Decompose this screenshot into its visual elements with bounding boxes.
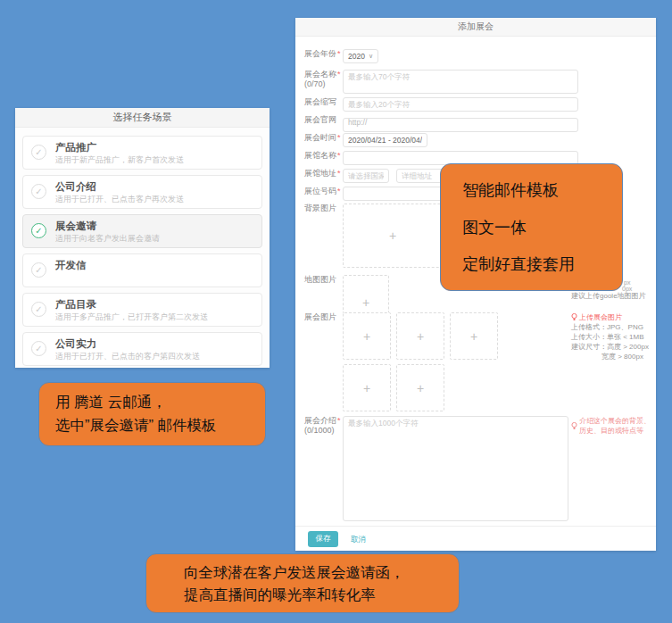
slide-background: 选择任务场景 ✓ 产品推广 适用于新产品推广，新客户首次发送 ✓ 公司介绍 适用… (0, 0, 672, 623)
hint-line: 上传格式：JPG、PNG (571, 322, 656, 332)
plus-icon: + (389, 228, 396, 243)
time-label: 展会时间* (304, 133, 344, 143)
callout-line: 图文一体 (462, 217, 622, 238)
save-button[interactable]: 保存 (308, 531, 338, 547)
map-image-hint: 建议上传goole地图图片 (571, 291, 656, 301)
scenario-card-company-intro[interactable]: ✓ 公司介绍 适用于已打开、已点击客户再次发送 (22, 175, 262, 209)
plus-icon: + (363, 381, 370, 395)
name-label: 展会名称*(0/70) (304, 70, 344, 89)
name-input[interactable] (343, 70, 578, 94)
bg-image-upload[interactable]: + (343, 204, 443, 268)
exhib-image-upload-2[interactable]: + (396, 312, 444, 360)
intro-input[interactable] (343, 416, 568, 521)
callout-line: 向全球潜在客户发送展会邀请函， (184, 561, 459, 584)
callout-line: 选中”展会邀请” 邮件模板 (55, 414, 265, 437)
callout-smart-template: 智能邮件模板 图文一体 定制好直接套用 (440, 163, 623, 291)
check-circle-icon: ✓ (31, 184, 46, 199)
hint-fragment: px (624, 279, 630, 286)
cancel-button[interactable]: 取消 (351, 535, 366, 545)
footer-divider (295, 526, 656, 527)
exhib-image-upload-4[interactable]: + (343, 364, 391, 411)
website-input[interactable] (343, 118, 578, 132)
callout-line: 智能邮件模板 (462, 179, 622, 201)
check-circle-icon: ✓ (31, 341, 46, 356)
task-scenario-panel: 选择任务场景 ✓ 产品推广 适用于新产品推广，新客户首次发送 ✓ 公司介绍 适用… (15, 108, 270, 368)
address-label: 展馆地址* (304, 169, 344, 179)
exhib-images-label: 展会图片 (304, 312, 344, 322)
abbr-input[interactable] (343, 97, 578, 112)
check-circle-icon-selected: ✓ (31, 223, 46, 238)
plus-icon: + (417, 329, 424, 344)
exhib-images-hints: 上传展会图片 上传格式：JPG、PNG 上传大小：单张 < 1MB 建议尺寸：高… (571, 312, 656, 361)
country-select-input[interactable] (343, 169, 389, 183)
year-label: 展会年份* (304, 49, 344, 59)
intro-hint: 介绍这个展会的背景、历史、目的或特点等 (571, 416, 656, 436)
scenario-card-development-letter[interactable]: ✓ 开发信 (22, 253, 262, 287)
intro-counter: (0/1000) (304, 426, 344, 436)
plus-icon: + (363, 329, 370, 344)
scenario-card-company-strength[interactable]: ✓ 公司实力 适用于已打开、已点击的客户第四次发送 (22, 332, 262, 366)
plus-icon: + (362, 295, 369, 310)
callout-line: 用 腾道 云邮通， (55, 391, 265, 414)
scenario-subtitle: 适用于多产品推广，已打开客户第二次发送 (55, 312, 208, 323)
scenario-card-exhibition-invite[interactable]: ✓ 展会邀请 适用于向老客户发出展会邀请 (22, 214, 262, 248)
year-select[interactable]: 2020 ∨ (343, 49, 378, 63)
hint-line: 建议尺寸：高度 > 200px (571, 342, 656, 352)
exhib-images-hint-title: 上传展会图片 (571, 312, 656, 322)
venue-label: 展馆名称* (304, 151, 344, 161)
abbr-label: 展会缩写 (304, 97, 344, 107)
website-label: 展会官网 (304, 115, 344, 125)
scenario-subtitle: 适用于新产品推广，新客户首次发送 (55, 154, 184, 166)
name-counter: (0/70) (304, 79, 344, 89)
plus-icon: + (417, 381, 424, 395)
scenario-title: 公司实力 (55, 337, 96, 351)
booth-label: 展位号码* (304, 187, 344, 196)
bg-image-label: 背景图片 (304, 204, 344, 213)
check-circle-icon: ✓ (31, 302, 46, 317)
callout-send-invitation: 向全球潜在客户发送展会邀请函， 提高直播间的曝光率和转化率 (145, 553, 460, 613)
chevron-down-icon: ∨ (369, 53, 373, 60)
scenario-title: 产品目录 (55, 298, 96, 312)
callout-line: 提高直播间的曝光率和转化率 (184, 584, 459, 606)
scenario-title: 公司介绍 (55, 180, 96, 194)
scenario-subtitle: 适用于向老客户发出展会邀请 (55, 233, 160, 245)
exhib-image-upload-1[interactable]: + (343, 312, 391, 360)
time-range-input[interactable] (343, 133, 427, 147)
form-title: 添加展会 (295, 18, 656, 37)
check-circle-icon: ✓ (31, 262, 46, 278)
check-circle-icon: ✓ (31, 145, 46, 160)
hint-line: 宽度 > 800px (571, 352, 656, 361)
hint-line: 上传大小：单张 < 1MB (571, 332, 656, 342)
scenario-subtitle: 适用于已打开、已点击的客户第四次发送 (55, 351, 200, 362)
scenario-card-product-catalog[interactable]: ✓ 产品目录 适用于多产品推广，已打开客户第二次发送 (22, 293, 262, 327)
lightbulb-icon (571, 313, 577, 321)
scenario-card-product-promotion[interactable]: ✓ 产品推广 适用于新产品推广，新客户首次发送 (22, 136, 262, 170)
task-scenario-list: ✓ 产品推广 适用于新产品推广，新客户首次发送 ✓ 公司介绍 适用于已打开、已点… (15, 128, 270, 366)
exhib-image-upload-5[interactable]: + (396, 364, 444, 411)
plus-icon: + (470, 329, 477, 344)
intro-label: 展会介绍*(0/1000) (304, 416, 344, 436)
map-image-label: 地图图片 (304, 275, 344, 285)
lightbulb-icon (571, 422, 577, 430)
url-prefix: http:// (348, 118, 367, 127)
scenario-title: 开发信 (55, 259, 87, 272)
scenario-title: 产品推广 (55, 141, 96, 154)
exhib-image-upload-3[interactable]: + (450, 312, 498, 360)
scenario-subtitle: 适用于已打开、已点击客户再次发送 (55, 194, 184, 205)
scenario-title: 展会邀请 (55, 220, 96, 233)
callout-line: 定制好直接套用 (462, 253, 622, 275)
task-scenario-panel-title: 选择任务场景 (15, 108, 270, 128)
callout-select-template: 用 腾道 云邮通， 选中”展会邀请” 邮件模板 (38, 382, 266, 446)
